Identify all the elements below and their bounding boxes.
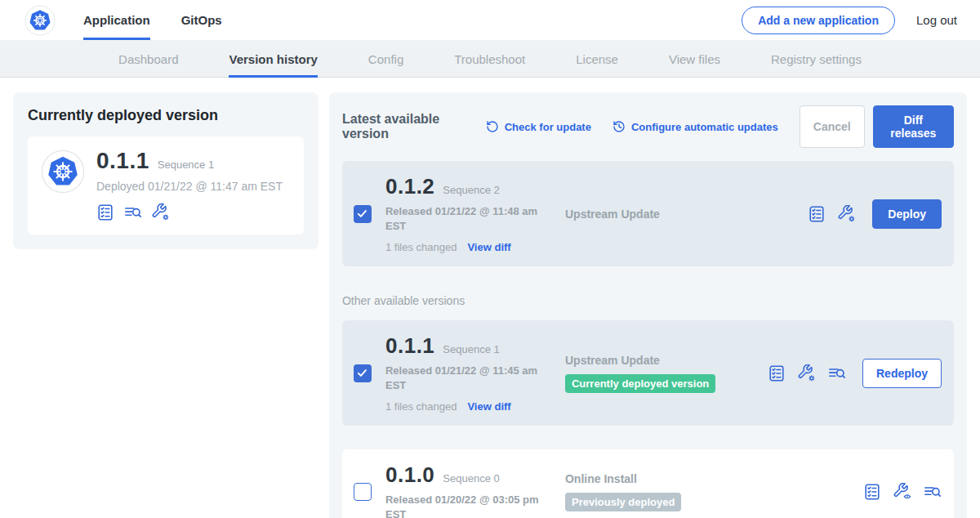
tab-version-history[interactable]: Version history: [229, 40, 317, 78]
released-timestamp: Released 01/21/22 @ 11:48 am EST: [385, 204, 546, 233]
version-row-0-1-2: 0.1.2 Sequence 2 Released 01/21/22 @ 11:…: [342, 161, 954, 266]
tab-license[interactable]: License: [576, 40, 618, 78]
checkmark-icon: [356, 208, 368, 220]
release-notes-icon[interactable]: [808, 205, 826, 223]
deployed-version-card: 0.1.1 Sequence 1 Deployed 01/21/22 @ 11:…: [28, 136, 304, 234]
sequence-label: Sequence 1: [443, 343, 499, 355]
release-notes-icon[interactable]: [863, 483, 881, 501]
row-actions: Redeploy: [768, 359, 942, 388]
deployed-card-title: Currently deployed version: [28, 107, 304, 124]
deployed-sequence-label: Sequence 1: [158, 159, 214, 171]
configure-auto-updates-label: Configure automatic updates: [631, 121, 778, 133]
top-nav: Application GitOps Add a new application…: [0, 0, 980, 40]
view-diff-link[interactable]: View diff: [467, 241, 510, 253]
version-checkbox[interactable]: [354, 364, 372, 382]
panel-actions: Cancel Diff releases: [800, 105, 954, 148]
currently-deployed-card: Currently deployed version 0.1.1 Sequenc…: [13, 92, 318, 249]
version-source: Upstream Update: [565, 208, 768, 221]
previously-deployed-badge: Previously deployed: [565, 493, 681, 511]
view-files-icon[interactable]: [124, 203, 142, 221]
release-notes-icon[interactable]: [96, 203, 114, 221]
kubernetes-logo-icon: [24, 5, 56, 36]
source-label: Online Install: [565, 472, 768, 485]
panel-header: Latest available version Check for updat…: [342, 105, 954, 148]
files-changed-label: 1 files changed: [385, 400, 457, 413]
deployed-timestamp: Deployed 01/21/22 @ 11:47 am EST: [96, 180, 283, 193]
checkmark-icon: [356, 367, 368, 379]
released-timestamp: Released 01/20/22 @ 03:05 pm EST: [385, 493, 546, 518]
schedule-icon: [612, 120, 626, 133]
version-row-0-1-0: 0.1.0 Sequence 0 Released 01/20/22 @ 03:…: [342, 449, 954, 518]
tab-view-files[interactable]: View files: [669, 40, 720, 78]
deployed-version-number: 0.1.1: [96, 148, 149, 174]
version-info: 0.1.0 Sequence 0 Released 01/20/22 @ 03:…: [385, 462, 554, 518]
topnav-tabs: Application GitOps: [83, 0, 222, 40]
version-number: 0.1.1: [385, 333, 434, 359]
release-notes-icon[interactable]: [768, 364, 786, 382]
version-source: Online Install Previously deployed: [565, 472, 768, 511]
topnav-right: Add a new application Log out: [742, 7, 957, 34]
app-logo-icon: [41, 150, 85, 194]
version-info: 0.1.1 Sequence 1 Released 01/21/22 @ 11:…: [385, 333, 554, 413]
row-actions: Deploy: [808, 199, 942, 229]
edit-config-icon[interactable]: [152, 203, 170, 221]
app-sub-nav: Dashboard Version history Config Trouble…: [0, 40, 980, 78]
tab-troubleshoot[interactable]: Troubleshoot: [454, 40, 525, 78]
logout-button[interactable]: Log out: [916, 13, 957, 27]
view-files-icon[interactable]: [924, 483, 942, 501]
version-info: 0.1.2 Sequence 2 Released 01/21/22 @ 11:…: [385, 174, 554, 253]
source-label: Upstream Update: [565, 208, 768, 221]
deploy-button[interactable]: Deploy: [872, 199, 942, 229]
row-actions: [863, 483, 942, 501]
view-diff-link[interactable]: View diff: [467, 400, 510, 413]
files-changed-label: 1 files changed: [385, 241, 457, 253]
version-checkbox[interactable]: [354, 483, 372, 501]
topnav-tab-gitops[interactable]: GitOps: [181, 0, 222, 40]
version-row-0-1-1: 0.1.1 Sequence 1 Released 01/21/22 @ 11:…: [342, 320, 954, 426]
check-for-update-link[interactable]: Check for update: [486, 120, 591, 133]
tab-dashboard[interactable]: Dashboard: [118, 40, 178, 78]
sequence-label: Sequence 2: [443, 184, 499, 196]
view-config-icon[interactable]: [893, 483, 911, 501]
redeploy-button[interactable]: Redeploy: [862, 359, 942, 388]
cancel-button[interactable]: Cancel: [800, 105, 865, 148]
version-history-panel: Latest available version Check for updat…: [329, 92, 967, 518]
topnav-tab-application[interactable]: Application: [83, 0, 150, 40]
deployed-icon-row: [96, 203, 283, 221]
check-for-update-label: Check for update: [505, 121, 591, 133]
view-files-icon[interactable]: [828, 364, 846, 382]
sequence-label: Sequence 0: [443, 472, 499, 485]
diff-releases-button[interactable]: Diff releases: [873, 105, 954, 148]
deployed-version-details: 0.1.1 Sequence 1 Deployed 01/21/22 @ 11:…: [96, 148, 283, 221]
version-checkbox[interactable]: [354, 205, 372, 223]
tab-registry-settings[interactable]: Registry settings: [771, 40, 862, 78]
currently-deployed-badge: Currently deployed version: [565, 374, 715, 393]
version-source: Upstream Update Currently deployed versi…: [565, 354, 768, 393]
version-number: 0.1.2: [385, 174, 434, 199]
source-label: Upstream Update: [565, 354, 768, 367]
tab-config[interactable]: Config: [368, 40, 403, 78]
released-timestamp: Released 01/21/22 @ 11:45 am EST: [385, 364, 546, 392]
configure-auto-updates-link[interactable]: Configure automatic updates: [612, 120, 778, 133]
main-content: Currently deployed version 0.1.1 Sequenc…: [0, 78, 980, 518]
add-application-button[interactable]: Add a new application: [742, 7, 895, 34]
version-number: 0.1.0: [385, 462, 434, 488]
latest-available-title: Latest available version: [342, 112, 474, 141]
edit-config-icon[interactable]: [798, 364, 816, 382]
refresh-icon: [486, 120, 499, 133]
other-versions-title: Other available versions: [342, 294, 954, 307]
edit-config-icon[interactable]: [838, 205, 856, 223]
